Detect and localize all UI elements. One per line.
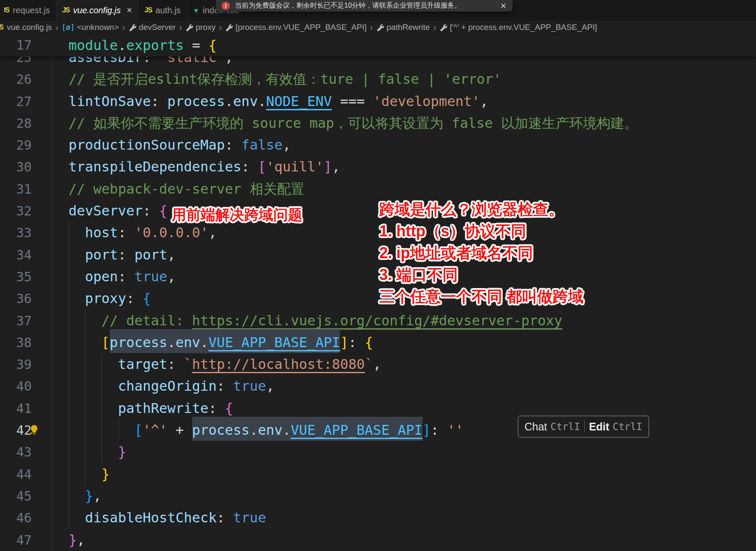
code-line-28[interactable]: 28 // 如果你不需要生产环境的 source map，可以将其设置为 fal… xyxy=(0,112,756,134)
code-line-32[interactable]: 32 devServer: { xyxy=(0,200,756,222)
code-line-43[interactable]: 43 } xyxy=(0,441,756,463)
code-token: port xyxy=(85,247,118,263)
glyph-margin xyxy=(32,375,52,397)
breadcrumb-item-6[interactable]: pathRewrite xyxy=(376,23,430,32)
editor[interactable]: 25 assetsDir: 'static',26 // 是否开启eslint保… xyxy=(0,34,756,551)
line-number: 37 xyxy=(0,310,32,332)
close-icon[interactable]: × xyxy=(126,6,132,15)
code-line-27[interactable]: 27 lintOnSave: process.env.NODE_ENV === … xyxy=(0,91,756,112)
glyph-margin xyxy=(32,266,52,288)
code-token: [ xyxy=(102,334,110,351)
code-line-30[interactable]: 30 transpileDependencies: ['quill'], xyxy=(0,156,756,178)
code-token: . xyxy=(282,417,290,441)
code-content: disableHostCheck: true xyxy=(52,507,266,529)
code-token: VUE_APP_BASE_API xyxy=(291,417,422,441)
code-token: : xyxy=(143,203,159,219)
code-token xyxy=(52,290,85,306)
tab-label: auth.js xyxy=(155,6,181,15)
code-token: , xyxy=(167,268,176,285)
code-line-34[interactable]: 34 port: port, xyxy=(0,244,756,266)
breadcrumb-item-5[interactable]: [process.env.VUE_APP_BASE_API] xyxy=(225,23,366,32)
line-number: 32 xyxy=(0,200,32,222)
code-token: env xyxy=(258,417,283,441)
code-token: VUE_APP_BASE_API xyxy=(208,329,340,353)
line-number: 42 xyxy=(0,419,32,441)
code-token xyxy=(52,203,69,219)
tab-request.js[interactable]: JSrequest.js xyxy=(0,0,56,21)
breadcrumb-item-7[interactable]: ['^' + process.env.VUE_APP_BASE_API] xyxy=(440,23,597,32)
code-token: ` xyxy=(184,356,192,372)
divider xyxy=(584,420,585,433)
code-line-44[interactable]: 44 } xyxy=(0,463,756,485)
code-content: } xyxy=(52,441,126,463)
glyph-margin xyxy=(32,244,52,266)
code-content: } xyxy=(52,463,110,485)
code-token: } xyxy=(102,466,110,482)
code-token: , xyxy=(282,137,290,153)
lightbulb-icon[interactable] xyxy=(28,424,41,436)
notification-toast: ! 当前为免费版会议，剩余时长已不足10分钟，请联系企业管理员升级服务。 ✕ xyxy=(216,0,513,12)
code-token xyxy=(52,356,118,372)
code-line-31[interactable]: 31 // webpack-dev-server 相关配置 xyxy=(0,178,756,200)
glyph-margin xyxy=(32,112,52,134)
glyph-margin xyxy=(32,68,52,90)
breadcrumb-label: <unknown> xyxy=(77,23,119,32)
code-content: transpileDependencies: ['quill'], xyxy=(52,156,340,178)
code-token xyxy=(52,159,69,175)
code-line-38[interactable]: 38 [process.env.VUE_APP_BASE_API]: { xyxy=(0,332,756,354)
code-content: // 是否开启eslint保存检测，有效值：ture | false | 'er… xyxy=(52,68,501,90)
code-content: proxy: { xyxy=(52,288,151,309)
code-token: : xyxy=(241,159,258,175)
js-file-icon: S xyxy=(0,24,3,31)
edit-button[interactable]: Edit xyxy=(589,421,609,433)
code-content: changeOrigin: true, xyxy=(52,375,274,397)
glyph-margin xyxy=(32,485,52,507)
code-token: // detail: xyxy=(102,312,192,329)
code-token: ] xyxy=(340,334,348,351)
breadcrumb-item-3[interactable]: devServer xyxy=(129,23,176,32)
chevron-right-icon: › xyxy=(56,23,59,32)
toast-close-icon[interactable]: ✕ xyxy=(500,1,507,11)
breadcrumb-item-4[interactable]: proxy xyxy=(185,23,215,32)
code-line-36[interactable]: 36 proxy: { xyxy=(0,288,756,309)
breadcrumb-item-1[interactable]: vue.config.js xyxy=(7,23,52,32)
tab-vue.config.js[interactable]: JSvue.config.js× xyxy=(56,0,139,21)
code-token: exports xyxy=(126,37,184,53)
breadcrumb-label: proxy xyxy=(196,23,215,32)
sticky-scroll-line[interactable]: 17 module.exports = { xyxy=(0,34,756,56)
code-token: } xyxy=(118,444,126,460)
code-line-45[interactable]: 45 }, xyxy=(0,485,756,507)
toast-message: 当前为免费版会议，剩余时长已不足10分钟，请联系企业管理员升级服务。 xyxy=(235,1,461,10)
code-token: } xyxy=(69,532,77,548)
code-token: . xyxy=(225,93,233,109)
code-line-35[interactable]: 35 open: true, xyxy=(0,266,756,288)
code-line-26[interactable]: 26 // 是否开启eslint保存检测，有效值：ture | false | … xyxy=(0,68,756,90)
breadcrumb-item-2[interactable]: [ø]<unknown> xyxy=(62,23,119,32)
code-content: // 如果你不需要生产环境的 source map，可以将其设置为 false … xyxy=(52,112,638,134)
code-token: disableHostCheck xyxy=(85,510,217,526)
code-line-29[interactable]: 29 productionSourceMap: false, xyxy=(0,134,756,156)
code-token: env xyxy=(233,93,258,109)
tab-auth.js[interactable]: JSauth.js xyxy=(138,0,187,21)
code-line-40[interactable]: 40 changeOrigin: true, xyxy=(0,375,756,397)
code-line-46[interactable]: 46 disableHostCheck: true xyxy=(0,507,756,529)
code-line-39[interactable]: 39 target: `http://localhost:8080`, xyxy=(0,354,756,375)
code-content: pathRewrite: { xyxy=(52,398,233,419)
code-line-33[interactable]: 33 host: '0.0.0.0', xyxy=(0,222,756,244)
glyph-margin xyxy=(32,529,52,551)
glyph-margin xyxy=(32,222,52,244)
code-token: env xyxy=(176,329,200,353)
js-file-icon: JS xyxy=(4,6,9,14)
line-number: 39 xyxy=(0,354,32,375)
code-token: : xyxy=(167,356,184,372)
code-token xyxy=(52,224,85,241)
code-content: [process.env.VUE_APP_BASE_API]: { xyxy=(52,332,373,354)
code-content: host: '0.0.0.0', xyxy=(52,222,217,244)
code-line-37[interactable]: 37 // detail: https://cli.vuejs.org/conf… xyxy=(0,310,756,332)
js-file-icon: JS xyxy=(62,6,70,14)
code-line-47[interactable]: 47 }, xyxy=(0,529,756,551)
code-token: : xyxy=(349,334,365,351)
chat-button[interactable]: Chat xyxy=(525,421,547,433)
code-token xyxy=(52,115,69,131)
annotation-inline: 用前端解决跨域问题 xyxy=(172,205,302,225)
